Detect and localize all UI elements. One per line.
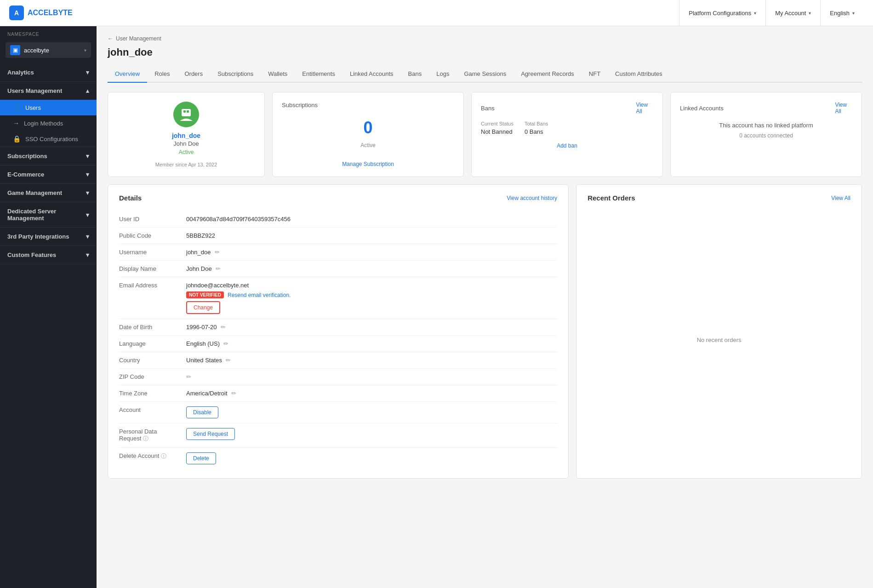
- detail-row-public-code: Public Code 5BBBZ922: [119, 228, 557, 244]
- namespace-label: NAMESPACE: [0, 26, 97, 40]
- game-management-label: Game Management: [7, 189, 62, 196]
- namespace-selector[interactable]: ▣ accelbyte ▾: [6, 42, 91, 58]
- sidebar-item-users[interactable]: 👤 Users: [0, 100, 97, 115]
- breadcrumb-back-arrow-icon: ←: [108, 35, 113, 42]
- detail-value-user-id: 00479608a7d84d709f7640359357c456: [186, 216, 557, 223]
- sidebar-item-3rd-party[interactable]: 3rd Party Integrations ▾: [0, 228, 97, 245]
- country-edit-icon[interactable]: ✏: [226, 357, 231, 364]
- delete-account-button[interactable]: Delete: [186, 452, 216, 464]
- sidebar-item-custom-features[interactable]: Custom Features ▾: [0, 246, 97, 264]
- bans-view-all-link[interactable]: View All: [636, 102, 653, 114]
- resend-email-link[interactable]: Resend email verification.: [228, 292, 291, 298]
- breadcrumb-parent-link[interactable]: User Management: [116, 35, 161, 42]
- login-methods-label: Login Methods: [24, 120, 63, 127]
- detail-value-country: United States ✏: [186, 357, 557, 364]
- avatar: [173, 102, 199, 127]
- sidebar-section-dedicated-server: Dedicated Server Management ▾: [0, 202, 97, 228]
- details-title: Details: [119, 194, 142, 202]
- sidebar-item-game-management[interactable]: Game Management ▾: [0, 184, 97, 202]
- bans-total-value: 0 Bans: [525, 128, 548, 135]
- detail-value-username: john_doe ✏: [186, 249, 557, 256]
- sidebar-item-dedicated-server[interactable]: Dedicated Server Management ▾: [0, 202, 97, 227]
- my-account-menu[interactable]: My Account ▾: [765, 0, 820, 26]
- detail-label-country: Country: [119, 357, 179, 364]
- bans-current-status-label: Current Status: [481, 121, 514, 126]
- svg-rect-3: [187, 110, 189, 113]
- platform-configs-menu[interactable]: Platform Configurations ▾: [679, 0, 765, 26]
- not-verified-badge: NOT VERIFIED: [186, 291, 224, 298]
- tab-game-sessions[interactable]: Game Sessions: [456, 66, 514, 83]
- tab-linked-accounts[interactable]: Linked Accounts: [342, 66, 401, 83]
- bans-total-label: Total Bans: [525, 121, 548, 126]
- language-edit-icon[interactable]: ✏: [223, 340, 228, 347]
- detail-value-personal-data: Send Request: [186, 428, 557, 440]
- detail-value-language: English (US) ✏: [186, 340, 557, 347]
- detail-label-timezone: Time Zone: [119, 390, 179, 397]
- disable-account-button[interactable]: Disable: [186, 406, 218, 418]
- bottom-row: Details View account history User ID 004…: [108, 184, 862, 479]
- add-ban-link[interactable]: Add ban: [481, 143, 653, 149]
- language-menu[interactable]: English ▾: [820, 0, 864, 26]
- detail-label-dob: Date of Birth: [119, 324, 179, 331]
- tab-agreement-records[interactable]: Agreement Records: [514, 66, 582, 83]
- detail-value-dob: 1996-07-20 ✏: [186, 324, 557, 331]
- sidebar: NAMESPACE ▣ accelbyte ▾ Analytics ▾ User…: [0, 26, 97, 588]
- detail-label-display-name: Display Name: [119, 265, 179, 272]
- detail-row-country: Country United States ✏: [119, 352, 557, 369]
- detail-label-public-code: Public Code: [119, 232, 179, 239]
- profile-status: Active: [179, 149, 194, 155]
- game-management-chevron-icon: ▾: [86, 189, 89, 196]
- bans-card: Bans View All Current Status Not Banned …: [471, 92, 663, 177]
- detail-row-user-id: User ID 00479608a7d84d709f7640359357c456: [119, 211, 557, 228]
- tab-bans[interactable]: Bans: [401, 66, 429, 83]
- display-name-edit-icon[interactable]: ✏: [216, 265, 221, 272]
- detail-value-delete-account: Delete: [186, 452, 557, 464]
- svg-rect-4: [184, 114, 188, 116]
- profile-member-since: Member since Apr 13, 2022: [155, 162, 217, 167]
- detail-label-email: Email Address: [119, 282, 179, 289]
- detail-row-account: Account Disable: [119, 402, 557, 423]
- tab-roles[interactable]: Roles: [147, 66, 177, 83]
- sidebar-item-sso-configurations[interactable]: 🔒 SSO Configurations: [0, 131, 97, 147]
- sidebar-item-ecommerce[interactable]: E-Commerce ▾: [0, 166, 97, 183]
- timezone-edit-icon[interactable]: ✏: [231, 390, 236, 397]
- zip-edit-icon[interactable]: ✏: [186, 373, 191, 380]
- username-edit-icon[interactable]: ✏: [215, 249, 220, 256]
- tab-orders[interactable]: Orders: [177, 66, 210, 83]
- view-account-history-link[interactable]: View account history: [507, 195, 557, 201]
- subscriptions-count: 0: [363, 118, 372, 137]
- top-navigation: A ACCELBYTE Platform Configurations ▾ My…: [0, 0, 873, 26]
- tab-subscriptions[interactable]: Subscriptions: [210, 66, 261, 83]
- tab-custom-attributes[interactable]: Custom Attributes: [608, 66, 670, 83]
- tab-overview[interactable]: Overview: [108, 66, 147, 83]
- sidebar-section-subscriptions: Subscriptions ▾: [0, 147, 97, 166]
- detail-row-personal-data: Personal Data Request ⓘ Send Request: [119, 423, 557, 448]
- tab-wallets[interactable]: Wallets: [261, 66, 295, 83]
- bans-current-status-value: Not Banned: [481, 128, 514, 135]
- linked-accounts-view-all-link[interactable]: View All: [835, 102, 852, 114]
- change-email-button[interactable]: Change: [186, 301, 220, 314]
- tab-entitlements[interactable]: Entitlements: [295, 66, 342, 83]
- sidebar-header-users-management[interactable]: Users Management ▴: [0, 82, 97, 100]
- manage-subscription-link[interactable]: Manage Subscription: [342, 161, 394, 167]
- tab-logs[interactable]: Logs: [429, 66, 456, 83]
- profile-card: john_doe John Doe Active Member since Ap…: [108, 92, 265, 177]
- send-request-button[interactable]: Send Request: [186, 428, 235, 440]
- brand-logo[interactable]: A ACCELBYTE: [9, 6, 73, 20]
- bans-card-title: Bans: [481, 105, 636, 112]
- detail-value-account: Disable: [186, 406, 557, 418]
- tab-nft[interactable]: NFT: [582, 66, 608, 83]
- users-management-label: Users Management: [7, 87, 62, 94]
- namespace-name: accelbyte: [24, 47, 80, 54]
- sidebar-section-ecommerce: E-Commerce ▾: [0, 166, 97, 184]
- language-chevron-icon: ▾: [852, 11, 855, 16]
- dob-edit-icon[interactable]: ✏: [221, 324, 226, 331]
- custom-features-chevron-icon: ▾: [86, 251, 89, 258]
- recent-orders-view-all-link[interactable]: View All: [831, 195, 850, 201]
- sidebar-item-subscriptions[interactable]: Subscriptions ▾: [0, 147, 97, 165]
- sidebar-section-game-management: Game Management ▾: [0, 184, 97, 202]
- sidebar-section-custom-features: Custom Features ▾: [0, 246, 97, 264]
- sidebar-item-login-methods[interactable]: → Login Methods: [0, 115, 97, 131]
- sidebar-item-analytics[interactable]: Analytics ▾: [0, 63, 97, 81]
- platform-configs-label: Platform Configurations: [689, 10, 751, 17]
